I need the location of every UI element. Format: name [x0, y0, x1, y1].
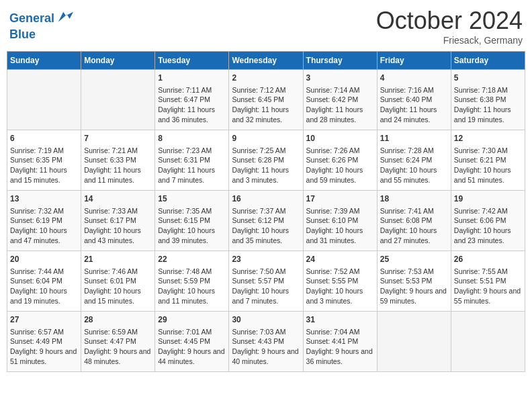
calendar-header-row: SundayMondayTuesdayWednesdayThursdayFrid…	[7, 52, 525, 70]
day-number: 30	[232, 314, 300, 326]
day-cell: 21Sunrise: 7:46 AMSunset: 6:01 PMDayligh…	[81, 251, 155, 312]
day-info: Sunrise: 7:19 AMSunset: 6:35 PMDaylight:…	[10, 146, 78, 185]
day-number: 7	[84, 133, 152, 144]
day-info: Sunrise: 7:21 AMSunset: 6:33 PMDaylight:…	[84, 146, 152, 185]
day-cell: 28Sunrise: 6:59 AMSunset: 4:47 PMDayligh…	[81, 312, 155, 372]
day-info: Sunrise: 7:03 AMSunset: 4:43 PMDaylight:…	[232, 327, 300, 367]
day-info: Sunrise: 7:18 AMSunset: 6:38 PMDaylight:…	[454, 85, 522, 125]
day-number: 13	[10, 193, 78, 205]
day-info: Sunrise: 7:25 AMSunset: 6:28 PMDaylight:…	[232, 146, 300, 185]
day-cell: 27Sunrise: 6:57 AMSunset: 4:49 PMDayligh…	[7, 312, 81, 372]
day-cell	[81, 70, 155, 130]
day-number: 31	[306, 314, 374, 326]
day-number: 15	[158, 193, 226, 205]
day-info: Sunrise: 7:53 AMSunset: 5:53 PMDaylight:…	[380, 267, 448, 306]
day-cell: 15Sunrise: 7:35 AMSunset: 6:15 PMDayligh…	[155, 191, 229, 251]
title-block: October 2024 Friesack, Germany	[376, 7, 523, 46]
day-info: Sunrise: 6:59 AMSunset: 4:47 PMDaylight:…	[84, 327, 152, 367]
day-info: Sunrise: 7:01 AMSunset: 4:45 PMDaylight:…	[158, 327, 226, 367]
day-info: Sunrise: 7:16 AMSunset: 6:40 PMDaylight:…	[380, 85, 448, 125]
day-cell: 20Sunrise: 7:44 AMSunset: 6:04 PMDayligh…	[7, 251, 81, 312]
day-cell: 22Sunrise: 7:48 AMSunset: 5:59 PMDayligh…	[155, 251, 229, 312]
day-cell: 26Sunrise: 7:55 AMSunset: 5:51 PMDayligh…	[451, 251, 525, 312]
day-info: Sunrise: 7:12 AMSunset: 6:45 PMDaylight:…	[232, 85, 300, 125]
week-row-4: 20Sunrise: 7:44 AMSunset: 6:04 PMDayligh…	[7, 251, 525, 312]
day-cell: 11Sunrise: 7:28 AMSunset: 6:24 PMDayligh…	[377, 130, 451, 191]
day-number: 1	[158, 73, 226, 84]
header-sunday: Sunday	[7, 52, 81, 70]
day-number: 17	[306, 193, 374, 205]
day-cell: 3Sunrise: 7:14 AMSunset: 6:42 PMDaylight…	[303, 70, 377, 130]
day-info: Sunrise: 7:41 AMSunset: 6:08 PMDaylight:…	[380, 206, 448, 246]
logo-text2: Blue	[9, 28, 75, 42]
day-number: 24	[306, 254, 374, 265]
day-info: Sunrise: 7:35 AMSunset: 6:15 PMDaylight:…	[158, 206, 226, 246]
day-cell: 25Sunrise: 7:53 AMSunset: 5:53 PMDayligh…	[377, 251, 451, 312]
day-number: 4	[380, 73, 448, 84]
day-cell: 7Sunrise: 7:21 AMSunset: 6:33 PMDaylight…	[81, 130, 155, 191]
day-number: 19	[454, 193, 522, 205]
day-info: Sunrise: 7:48 AMSunset: 5:59 PMDaylight:…	[158, 267, 226, 306]
day-cell	[451, 312, 525, 372]
day-number: 18	[380, 193, 448, 205]
day-number: 23	[232, 254, 300, 265]
day-number: 14	[84, 193, 152, 205]
header-saturday: Saturday	[451, 52, 525, 70]
day-info: Sunrise: 7:44 AMSunset: 6:04 PMDaylight:…	[10, 267, 78, 306]
day-number: 16	[232, 193, 300, 205]
day-info: Sunrise: 7:26 AMSunset: 6:26 PMDaylight:…	[306, 146, 374, 185]
header-friday: Friday	[377, 52, 451, 70]
day-info: Sunrise: 7:33 AMSunset: 6:17 PMDaylight:…	[84, 206, 152, 246]
day-number: 12	[454, 133, 522, 144]
day-cell: 29Sunrise: 7:01 AMSunset: 4:45 PMDayligh…	[155, 312, 229, 372]
day-number: 11	[380, 133, 448, 144]
day-info: Sunrise: 7:23 AMSunset: 6:31 PMDaylight:…	[158, 146, 226, 185]
day-cell	[7, 70, 81, 130]
day-cell: 6Sunrise: 7:19 AMSunset: 6:35 PMDaylight…	[7, 130, 81, 191]
day-number: 20	[10, 254, 78, 265]
day-info: Sunrise: 7:14 AMSunset: 6:42 PMDaylight:…	[306, 85, 374, 125]
calendar-table: SundayMondayTuesdayWednesdayThursdayFrid…	[7, 51, 525, 372]
day-info: Sunrise: 7:28 AMSunset: 6:24 PMDaylight:…	[380, 146, 448, 185]
header-wednesday: Wednesday	[229, 52, 303, 70]
day-cell: 10Sunrise: 7:26 AMSunset: 6:26 PMDayligh…	[303, 130, 377, 191]
day-number: 26	[454, 254, 522, 265]
calendar-body: 1Sunrise: 7:11 AMSunset: 6:47 PMDaylight…	[7, 70, 525, 372]
day-cell: 24Sunrise: 7:52 AMSunset: 5:55 PMDayligh…	[303, 251, 377, 312]
page-header: General Blue October 2024 Friesack, Germ…	[7, 7, 525, 46]
day-number: 2	[232, 73, 300, 84]
day-info: Sunrise: 7:55 AMSunset: 5:51 PMDaylight:…	[454, 267, 522, 306]
day-info: Sunrise: 7:32 AMSunset: 6:19 PMDaylight:…	[10, 206, 78, 246]
day-number: 9	[232, 133, 300, 144]
day-number: 29	[158, 314, 226, 326]
logo-icon	[56, 9, 75, 28]
day-cell: 23Sunrise: 7:50 AMSunset: 5:57 PMDayligh…	[229, 251, 303, 312]
day-info: Sunrise: 7:46 AMSunset: 6:01 PMDaylight:…	[84, 267, 152, 306]
day-number: 8	[158, 133, 226, 144]
day-cell	[377, 312, 451, 372]
header-monday: Monday	[81, 52, 155, 70]
month-title: October 2024	[376, 7, 523, 35]
day-info: Sunrise: 7:52 AMSunset: 5:55 PMDaylight:…	[306, 267, 374, 306]
day-info: Sunrise: 7:04 AMSunset: 4:41 PMDaylight:…	[306, 327, 374, 367]
day-number: 6	[10, 133, 78, 144]
day-number: 3	[306, 73, 374, 84]
day-info: Sunrise: 7:37 AMSunset: 6:12 PMDaylight:…	[232, 206, 300, 246]
day-cell: 4Sunrise: 7:16 AMSunset: 6:40 PMDaylight…	[377, 70, 451, 130]
header-tuesday: Tuesday	[155, 52, 229, 70]
logo-text: General	[9, 12, 54, 26]
day-number: 10	[306, 133, 374, 144]
logo: General Blue	[9, 9, 75, 42]
day-info: Sunrise: 7:39 AMSunset: 6:10 PMDaylight:…	[306, 206, 374, 246]
day-number: 22	[158, 254, 226, 265]
day-info: Sunrise: 7:30 AMSunset: 6:21 PMDaylight:…	[454, 146, 522, 185]
day-cell: 31Sunrise: 7:04 AMSunset: 4:41 PMDayligh…	[303, 312, 377, 372]
day-cell: 9Sunrise: 7:25 AMSunset: 6:28 PMDaylight…	[229, 130, 303, 191]
day-cell: 30Sunrise: 7:03 AMSunset: 4:43 PMDayligh…	[229, 312, 303, 372]
svg-marker-0	[58, 12, 73, 22]
day-number: 5	[454, 73, 522, 84]
week-row-5: 27Sunrise: 6:57 AMSunset: 4:49 PMDayligh…	[7, 312, 525, 372]
day-cell: 5Sunrise: 7:18 AMSunset: 6:38 PMDaylight…	[451, 70, 525, 130]
week-row-2: 6Sunrise: 7:19 AMSunset: 6:35 PMDaylight…	[7, 130, 525, 191]
day-number: 21	[84, 254, 152, 265]
